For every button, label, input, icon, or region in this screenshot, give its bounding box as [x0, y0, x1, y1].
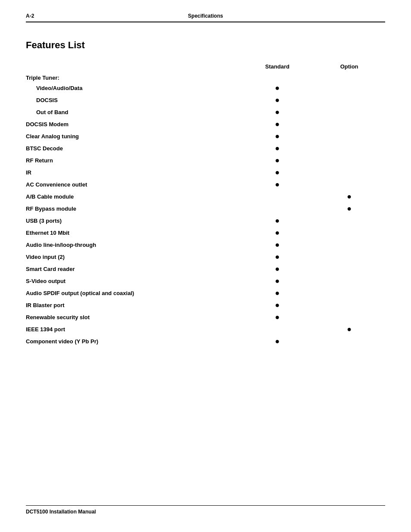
footer-bar: DCT5100 Installation Manual: [26, 505, 385, 515]
standard-cell: ●: [241, 239, 313, 251]
standard-cell: ●: [241, 335, 313, 347]
option-cell: [313, 239, 385, 251]
standard-cell: ●: [241, 82, 313, 94]
table-row: Video input (2)●: [26, 251, 385, 263]
standard-cell: [241, 323, 313, 335]
table-row: Clear Analog tuning●: [26, 130, 385, 142]
bullet-icon: ●: [275, 96, 280, 104]
feature-label: Audio SPDIF output (optical and coaxial): [26, 287, 241, 299]
feature-label: Smart Card reader: [26, 263, 241, 275]
table-row: Ethernet 10 Mbit●: [26, 227, 385, 239]
standard-cell: [241, 190, 313, 202]
bullet-icon: ●: [347, 204, 352, 213]
table-row: RF Bypass module●: [26, 202, 385, 215]
standard-cell: ●: [241, 130, 313, 142]
table-row: AC Convenience outlet●: [26, 178, 385, 190]
option-cell: [313, 299, 385, 311]
option-cell: [313, 275, 385, 287]
feature-label: Component video (Y Pb Pr): [26, 335, 241, 347]
table-row: Out of Band●: [26, 106, 385, 118]
feature-label: RF Return: [26, 154, 241, 166]
bullet-icon: ●: [275, 216, 280, 225]
table-row: A/B Cable module●: [26, 190, 385, 202]
bullet-icon: ●: [275, 168, 280, 177]
table-row: IR●: [26, 166, 385, 178]
standard-cell: ●: [241, 142, 313, 154]
standard-cell: ●: [241, 106, 313, 118]
col-standard-header: Standard: [241, 61, 313, 72]
bullet-icon: ●: [275, 180, 280, 189]
feature-label: DOCSIS: [26, 94, 241, 106]
bullet-icon: ●: [275, 132, 280, 140]
feature-label: USB (3 ports): [26, 215, 241, 227]
section-title: Specifications: [26, 13, 385, 19]
bullet-icon: ●: [275, 252, 280, 261]
table-row: RF Return●: [26, 154, 385, 166]
feature-label: Ethernet 10 Mbit: [26, 227, 241, 239]
page-container: A-2 Specifications Features List Standar…: [0, 0, 411, 373]
option-cell: [313, 251, 385, 263]
standard-cell: ●: [241, 227, 313, 239]
table-row: Smart Card reader●: [26, 263, 385, 275]
feature-label: IEEE 1394 port: [26, 323, 241, 335]
feature-label: BTSC Decode: [26, 142, 241, 154]
table-row: Renewable security slot●: [26, 311, 385, 323]
feature-label: Out of Band: [26, 106, 241, 118]
standard-cell: ●: [241, 154, 313, 166]
option-cell: [313, 130, 385, 142]
bullet-icon: ●: [275, 277, 280, 285]
table-row: S-Video output●: [26, 275, 385, 287]
option-cell: [313, 142, 385, 154]
table-row: Audio line-in/loop-through●: [26, 239, 385, 251]
option-cell: [313, 72, 385, 82]
option-cell: [313, 227, 385, 239]
standard-cell: ●: [241, 215, 313, 227]
feature-label: IR: [26, 166, 241, 178]
standard-cell: ●: [241, 178, 313, 190]
feature-label: DOCSIS Modem: [26, 118, 241, 130]
option-cell: [313, 106, 385, 118]
option-cell: ●: [313, 190, 385, 202]
standard-cell: ●: [241, 263, 313, 275]
standard-cell: ●: [241, 94, 313, 106]
feature-label: Video/Audio/Data: [26, 82, 241, 94]
table-row: IEEE 1394 port●: [26, 323, 385, 335]
standard-cell: [241, 72, 313, 82]
table-row: Audio SPDIF output (optical and coaxial)…: [26, 287, 385, 299]
standard-cell: ●: [241, 299, 313, 311]
table-row: BTSC Decode●: [26, 142, 385, 154]
option-cell: [313, 94, 385, 106]
bullet-icon: ●: [275, 301, 280, 309]
standard-cell: ●: [241, 275, 313, 287]
feature-label: Video input (2): [26, 251, 241, 263]
option-cell: ●: [313, 323, 385, 335]
option-cell: [313, 154, 385, 166]
bullet-icon: ●: [275, 108, 280, 116]
bullet-icon: ●: [275, 228, 280, 237]
option-cell: [313, 335, 385, 347]
feature-label: A/B Cable module: [26, 190, 241, 202]
table-row: DOCSIS Modem●: [26, 118, 385, 130]
bullet-icon: ●: [275, 240, 280, 249]
standard-cell: ●: [241, 311, 313, 323]
option-cell: [313, 82, 385, 94]
bullet-icon: ●: [275, 337, 280, 345]
bullet-icon: ●: [275, 84, 280, 92]
feature-label: IR Blaster port: [26, 299, 241, 311]
option-cell: [313, 118, 385, 130]
bullet-icon: ●: [275, 144, 280, 152]
option-cell: ●: [313, 202, 385, 215]
features-table: Standard Option Triple Tuner:Video/Audio…: [26, 61, 385, 347]
col-option-header: Option: [313, 61, 385, 72]
table-row: DOCSIS●: [26, 94, 385, 106]
bullet-icon: ●: [275, 264, 280, 273]
table-row: USB (3 ports)●: [26, 215, 385, 227]
option-cell: [313, 287, 385, 299]
option-cell: [313, 215, 385, 227]
feature-label: RF Bypass module: [26, 202, 241, 215]
table-row: Video/Audio/Data●: [26, 82, 385, 94]
feature-label: Triple Tuner:: [26, 72, 241, 82]
table-row: Triple Tuner:: [26, 72, 385, 82]
standard-cell: ●: [241, 118, 313, 130]
bullet-icon: ●: [347, 325, 352, 333]
